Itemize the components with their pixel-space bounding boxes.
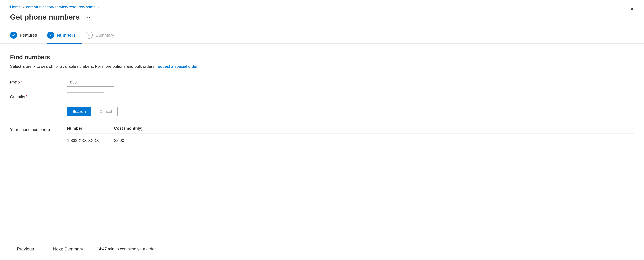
close-button[interactable]: × bbox=[630, 6, 634, 12]
page-title: Get phone numbers bbox=[10, 13, 80, 21]
breadcrumb: Home › communication-service-resource-na… bbox=[10, 5, 634, 9]
prefix-control-wrapper: 833 ⌄ bbox=[67, 78, 114, 87]
col-header-number: Number bbox=[67, 126, 114, 131]
step-numbers[interactable]: 2 Numbers bbox=[47, 27, 82, 43]
quantity-row: Quantity * bbox=[10, 93, 634, 101]
description-prefix: Select a prefix to search for available … bbox=[10, 64, 157, 69]
phone-numbers-section: Your phone number(s) Number Cost (monthl… bbox=[10, 126, 634, 145]
breadcrumb-home[interactable]: Home bbox=[10, 5, 21, 9]
prefix-label: Prefix * bbox=[10, 80, 67, 85]
previous-button[interactable]: Previous bbox=[10, 244, 41, 254]
step-summary-label: Summary bbox=[96, 33, 114, 38]
step-features[interactable]: Features bbox=[10, 27, 44, 43]
table-header: Number Cost (monthly) bbox=[67, 126, 634, 133]
quantity-label: Quantity * bbox=[10, 95, 67, 99]
main-content: Find numbers Select a prefix to search f… bbox=[0, 44, 644, 238]
prefix-dropdown[interactable]: 833 ⌄ bbox=[67, 78, 114, 87]
col-header-cost: Cost (monthly) bbox=[114, 126, 161, 131]
breadcrumb-sep-2: › bbox=[98, 5, 99, 9]
prefix-required: * bbox=[21, 80, 22, 85]
step-summary[interactable]: 3 Summary bbox=[86, 27, 121, 43]
prefix-value: 833 bbox=[70, 80, 77, 85]
step-numbers-circle: 2 bbox=[47, 32, 54, 39]
stepper: Features 2 Numbers 3 Summary bbox=[0, 27, 644, 44]
step-summary-circle: 3 bbox=[86, 32, 93, 39]
table-cell-number: 1-833-XXX-XXXX bbox=[67, 138, 114, 143]
table-row: 1-833-XXX-XXXX $2.00 bbox=[67, 136, 634, 145]
chevron-down-icon: ⌄ bbox=[108, 80, 111, 84]
page-container: Home › communication-service-resource-na… bbox=[0, 0, 644, 260]
footer: Previous Next: Summary 14:47 min to comp… bbox=[0, 238, 644, 260]
step-features-label: Features bbox=[20, 33, 37, 38]
phone-table: Number Cost (monthly) 1-833-XXX-XXXX $2.… bbox=[67, 126, 634, 145]
special-order-link[interactable]: request a special order. bbox=[157, 64, 198, 69]
prefix-row: Prefix * 833 ⌄ bbox=[10, 78, 634, 87]
step-numbers-label: Numbers bbox=[57, 33, 76, 38]
table-cell-cost: $2.00 bbox=[114, 138, 161, 143]
buttons-row: Search Cancel bbox=[67, 107, 634, 116]
more-options-button[interactable]: ··· bbox=[84, 13, 92, 21]
quantity-required: * bbox=[26, 95, 27, 99]
step-features-circle bbox=[10, 32, 17, 39]
phone-section-label: Your phone number(s) bbox=[10, 126, 67, 132]
quantity-input[interactable] bbox=[67, 93, 104, 101]
header: Home › communication-service-resource-na… bbox=[0, 0, 644, 21]
search-button[interactable]: Search bbox=[67, 107, 91, 116]
quantity-control-wrapper bbox=[67, 93, 104, 101]
next-summary-button[interactable]: Next: Summary bbox=[46, 244, 90, 254]
find-numbers-description: Select a prefix to search for available … bbox=[10, 63, 634, 69]
footer-note: 14:47 min to complete your order. bbox=[96, 247, 157, 251]
cancel-button[interactable]: Cancel bbox=[94, 107, 118, 116]
find-numbers-title: Find numbers bbox=[10, 54, 634, 61]
page-title-row: Get phone numbers ··· bbox=[10, 13, 634, 21]
breadcrumb-sep-1: › bbox=[23, 5, 24, 9]
phone-numbers-row: Your phone number(s) Number Cost (monthl… bbox=[10, 126, 634, 145]
breadcrumb-resource[interactable]: communication-service-resource-name bbox=[26, 5, 96, 9]
